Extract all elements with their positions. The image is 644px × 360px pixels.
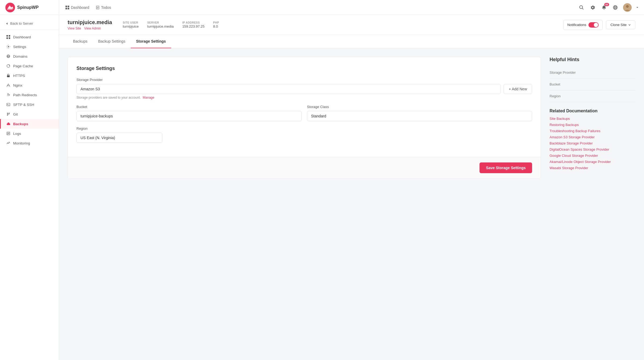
storage-class-label: Storage Class (307, 105, 532, 109)
sidebar-item-git[interactable]: Git (0, 109, 59, 119)
tab-backup-settings[interactable]: Backup Settings (93, 35, 131, 48)
logs-icon (6, 131, 10, 136)
logo-icon (5, 3, 15, 12)
storage-class-input[interactable] (307, 111, 532, 121)
dashboard-icon (65, 6, 69, 9)
related-backblaze[interactable]: Backblaze Storage Provider (550, 141, 635, 145)
hint-bucket[interactable]: Bucket (550, 79, 635, 90)
notifications-label: Notifications (567, 23, 586, 27)
hint-region[interactable]: Region (550, 90, 635, 102)
help-text: Storage providers are saved to your acco… (76, 96, 532, 99)
sidebar-item-domains[interactable]: Domains (0, 51, 59, 61)
php-label: PHP (213, 21, 219, 24)
hints-panel: Helpful Hints Storage Provider Bucket Re… (550, 57, 635, 179)
globe-icon-sidebar (6, 54, 10, 58)
card-title: Storage Settings (76, 66, 532, 71)
php-meta: PHP 8.0 (213, 21, 219, 28)
php-value: 8.0 (213, 24, 218, 28)
sidebar-item-settings[interactable]: Settings (0, 42, 59, 51)
back-arrow-icon (5, 22, 9, 25)
chevron-down-icon (628, 24, 631, 26)
sidebar-item-backups[interactable]: Backups (0, 119, 59, 129)
monitoring-icon (6, 141, 10, 145)
sidebar: Back to Server Dashboard Settings Domain… (0, 15, 59, 187)
globe-button[interactable] (612, 4, 619, 11)
tab-storage-settings[interactable]: Storage Settings (131, 35, 171, 48)
hint-storage-provider[interactable]: Storage Provider (550, 67, 635, 79)
server-label: SERVER (147, 21, 174, 24)
region-input[interactable] (76, 133, 162, 143)
svg-rect-4 (68, 8, 69, 9)
add-new-button[interactable]: + Add New (504, 84, 532, 94)
settings-button[interactable] (589, 4, 596, 11)
ip-meta: IP ADDRESS 159.223.97.25 (182, 21, 204, 28)
sidebar-back-section: Back to Server (0, 18, 59, 30)
svg-point-22 (8, 46, 9, 47)
site-header: turnipjuice.media View Site View Admin S… (59, 15, 644, 35)
svg-point-40 (8, 143, 9, 144)
bucket-group: Bucket (76, 105, 302, 121)
sidebar-item-page-cache[interactable]: Page Cache (0, 61, 59, 71)
save-button[interactable]: Save Storage Settings (480, 162, 532, 173)
sidebar-item-https[interactable]: HTTPS (0, 71, 59, 80)
card-body: Storage Settings Storage Provider + Add … (68, 57, 541, 157)
logo-text: SpinupWP (17, 5, 39, 10)
helpful-hints-title: Helpful Hints (550, 57, 635, 62)
related-akamai-linode[interactable]: Akamai/Linode Object Storage Provider (550, 160, 635, 164)
main-content: turnipjuice.media View Site View Admin S… (59, 15, 644, 187)
notifications-switch[interactable] (588, 22, 599, 28)
sidebar-item-path-redirects[interactable]: Path Redirects (0, 90, 59, 100)
svg-point-31 (7, 113, 8, 114)
view-site-link[interactable]: View Site (68, 27, 81, 30)
sidebar-item-sftp-ssh[interactable]: SFTP & SSH (0, 100, 59, 109)
tab-backups[interactable]: Backups (68, 35, 93, 48)
site-title-area: turnipjuice.media View Site View Admin (68, 19, 112, 30)
sidebar-item-logs[interactable]: Logs (0, 129, 59, 138)
provider-row: + Add New (76, 84, 532, 94)
provider-input[interactable] (76, 84, 500, 94)
provider-label: Storage Provider (76, 78, 532, 82)
related-site-backups[interactable]: Site Backups (550, 117, 635, 121)
bucket-storage-row: Bucket Storage Class (76, 105, 532, 127)
globe-icon (613, 5, 618, 10)
sidebar-item-monitoring[interactable]: Monitoring (0, 138, 59, 148)
bucket-input[interactable] (76, 111, 302, 121)
svg-point-9 (580, 6, 583, 9)
notifications-toggle[interactable]: Notifications (563, 20, 603, 30)
back-to-server-link[interactable]: Back to Server (5, 21, 53, 25)
sidebar-item-nginx[interactable]: Nginx (0, 80, 59, 90)
manage-link[interactable]: Manage (143, 96, 154, 99)
nav-links: Dashboard Todos (59, 5, 573, 10)
sidebar-item-dashboard[interactable]: Dashboard (0, 32, 59, 42)
svg-point-33 (9, 113, 10, 114)
svg-point-39 (7, 143, 8, 143)
storage-settings-card: Storage Settings Storage Provider + Add … (68, 57, 541, 179)
user-avatar[interactable] (623, 3, 632, 12)
site-meta: SITE USER turnipjuice SERVER turnipjuice… (123, 21, 553, 28)
ip-label: IP ADDRESS (182, 21, 204, 24)
grid-icon (6, 35, 10, 39)
clone-site-button[interactable]: Clone Site (606, 20, 635, 29)
related-wasabi[interactable]: Wasabi Storage Provider (550, 166, 635, 170)
view-admin-link[interactable]: View Admin (84, 27, 101, 30)
todos-icon (96, 6, 100, 9)
svg-rect-29 (7, 103, 10, 106)
svg-rect-1 (65, 6, 67, 7)
nav-todos[interactable]: Todos (96, 5, 111, 10)
related-troubleshooting[interactable]: Troubleshooting Backup Failures (550, 129, 635, 133)
site-user-value: turnipjuice (123, 24, 139, 28)
related-amazon-s3[interactable]: Amazon S3 Storage Provider (550, 135, 635, 139)
region-label: Region (76, 127, 532, 131)
nav-dashboard[interactable]: Dashboard (65, 5, 89, 10)
related-restoring-backups[interactable]: Restoring Backups (550, 123, 635, 127)
svg-rect-21 (9, 38, 10, 39)
tabs-bar: Backups Backup Settings Storage Settings (59, 35, 644, 48)
git-icon (6, 112, 10, 116)
related-google-cloud[interactable]: Google Cloud Storage Provider (550, 154, 635, 158)
site-actions: Notifications Clone Site (563, 20, 635, 30)
notifications-button[interactable]: 50 (601, 4, 608, 11)
related-digitalocean[interactable]: DigitalOcean Spaces Storage Provider (550, 147, 635, 151)
nginx-icon (6, 83, 10, 87)
notification-badge: 50 (604, 3, 609, 6)
search-button[interactable] (578, 4, 585, 11)
